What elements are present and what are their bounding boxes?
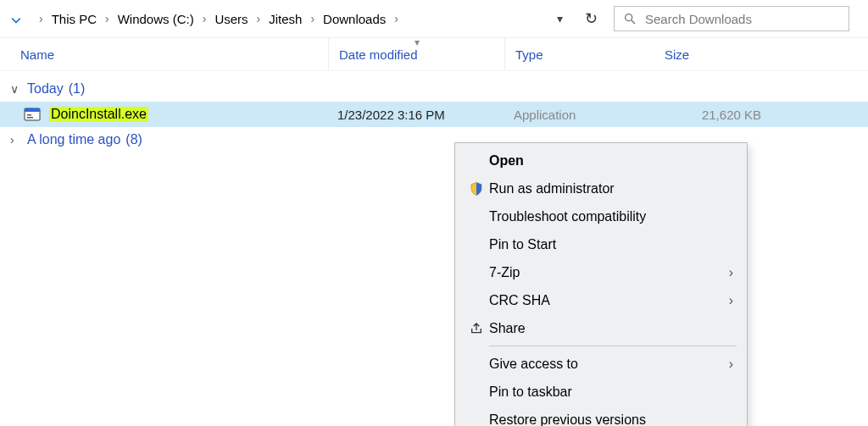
- chevron-right-icon: ›: [252, 12, 266, 25]
- shield-icon: [464, 181, 489, 196]
- ctx-troubleshoot[interactable]: Troubleshoot compatibility: [457, 202, 745, 230]
- chevron-right-icon: ›: [305, 12, 320, 25]
- breadcrumb-segment[interactable]: Users: [211, 12, 251, 26]
- svg-rect-3: [25, 108, 40, 112]
- file-name: DoincInstall.exe: [49, 107, 337, 122]
- ctx-pin-to-start[interactable]: Pin to Start: [457, 230, 745, 258]
- group-count: (8): [125, 132, 142, 147]
- search-icon: [623, 12, 637, 25]
- ctx-give-access-to[interactable]: Give access to ›: [457, 350, 745, 378]
- group-today[interactable]: ∨ Today (1): [0, 76, 868, 102]
- column-headers: Name ▾Date modified Type Size: [0, 37, 868, 71]
- column-date-modified[interactable]: ▾Date modified: [329, 38, 505, 70]
- column-size[interactable]: Size: [654, 38, 753, 70]
- svg-rect-4: [27, 114, 31, 116]
- ctx-share[interactable]: Share: [457, 314, 745, 342]
- context-menu: Open Run as administrator Troubleshoot c…: [454, 142, 748, 426]
- chevron-right-icon: ›: [389, 12, 403, 25]
- menu-separator: [489, 346, 737, 346]
- ctx-restore-previous-versions[interactable]: Restore previous versions: [457, 406, 745, 426]
- chevron-right-icon: ›: [729, 293, 733, 308]
- ctx-7zip[interactable]: 7-Zip ›: [457, 258, 745, 286]
- chevron-right-icon: ›: [10, 133, 22, 147]
- file-row[interactable]: DoincInstall.exe 1/23/2022 3:16 PM Appli…: [0, 102, 868, 127]
- breadcrumb-segment[interactable]: Jitesh: [265, 12, 305, 26]
- column-type[interactable]: Type: [505, 38, 654, 70]
- group-label: A long time ago: [27, 132, 120, 147]
- svg-rect-5: [27, 117, 33, 119]
- file-list: ∨ Today (1) DoincInstall.exe 1/23/2022 3…: [0, 71, 868, 152]
- chevron-down-icon: ∨: [10, 82, 22, 96]
- chevron-right-icon: ›: [729, 265, 733, 280]
- chevron-right-icon: ›: [198, 12, 212, 25]
- ctx-crc-sha[interactable]: CRC SHA ›: [457, 286, 745, 314]
- exe-file-icon: [24, 106, 41, 123]
- share-icon: [464, 322, 489, 335]
- column-name[interactable]: Name: [0, 38, 329, 70]
- breadcrumb-segment[interactable]: This PC: [48, 12, 100, 26]
- ctx-run-as-admin[interactable]: Run as administrator: [457, 174, 745, 202]
- address-dropdown-icon[interactable]: ▾: [552, 12, 568, 25]
- chevron-right-icon: ›: [100, 12, 114, 25]
- group-label: Today: [27, 81, 64, 97]
- ctx-open[interactable]: Open: [457, 147, 745, 174]
- breadcrumb-segment[interactable]: Downloads: [320, 12, 389, 26]
- refresh-icon[interactable]: ↻: [576, 9, 605, 28]
- svg-point-0: [626, 14, 632, 21]
- chevron-right-icon: ›: [34, 12, 48, 25]
- ctx-pin-to-taskbar[interactable]: Pin to taskbar: [457, 378, 745, 406]
- file-size: 21,620 KB: [663, 108, 761, 122]
- file-date: 1/23/2022 3:16 PM: [337, 108, 514, 122]
- search-placeholder: Search Downloads: [645, 12, 752, 26]
- search-input[interactable]: Search Downloads: [614, 6, 849, 31]
- chevron-right-icon: ›: [729, 357, 733, 372]
- download-arrow-icon: [7, 9, 25, 28]
- sort-caret-icon: ▾: [415, 36, 420, 48]
- svg-line-1: [632, 20, 635, 24]
- file-type: Application: [514, 108, 663, 122]
- group-count: (1): [69, 81, 86, 97]
- breadcrumb-segment[interactable]: Windows (C:): [114, 12, 198, 26]
- breadcrumb[interactable]: › This PC › Windows (C:) › Users › Jites…: [34, 12, 543, 26]
